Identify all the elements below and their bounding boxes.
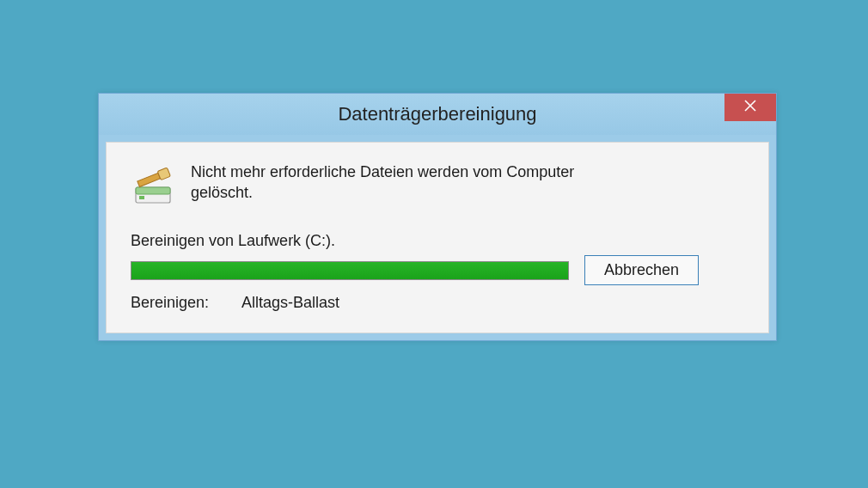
status-label: Bereinigen: bbox=[131, 294, 209, 312]
progress-fill bbox=[131, 262, 568, 279]
progress-row: Abbrechen bbox=[131, 255, 744, 285]
progress-section: Bereinigen von Laufwerk (C:). Abbrechen … bbox=[131, 232, 744, 312]
status-row: Bereinigen: Alltags-Ballast bbox=[131, 294, 744, 312]
close-button[interactable] bbox=[724, 94, 776, 121]
disk-cleanup-dialog: Datenträgerbereinigung bbox=[98, 93, 777, 341]
progress-label: Bereinigen von Laufwerk (C:). bbox=[131, 232, 744, 250]
info-row: Nicht mehr erforderliche Dateien werden … bbox=[131, 162, 744, 208]
titlebar[interactable]: Datenträgerbereinigung bbox=[99, 94, 776, 135]
dialog-body: Nicht mehr erforderliche Dateien werden … bbox=[106, 142, 769, 333]
cancel-button[interactable]: Abbrechen bbox=[584, 255, 699, 285]
progress-bar bbox=[131, 261, 569, 280]
svg-rect-5 bbox=[138, 173, 161, 186]
svg-rect-4 bbox=[139, 196, 144, 199]
close-icon bbox=[744, 100, 756, 115]
dialog-title: Datenträgerbereinigung bbox=[99, 103, 776, 125]
svg-rect-3 bbox=[136, 187, 170, 194]
disk-cleanup-icon bbox=[131, 163, 175, 208]
status-value: Alltags-Ballast bbox=[241, 294, 339, 312]
info-text: Nicht mehr erforderliche Dateien werden … bbox=[191, 162, 638, 208]
